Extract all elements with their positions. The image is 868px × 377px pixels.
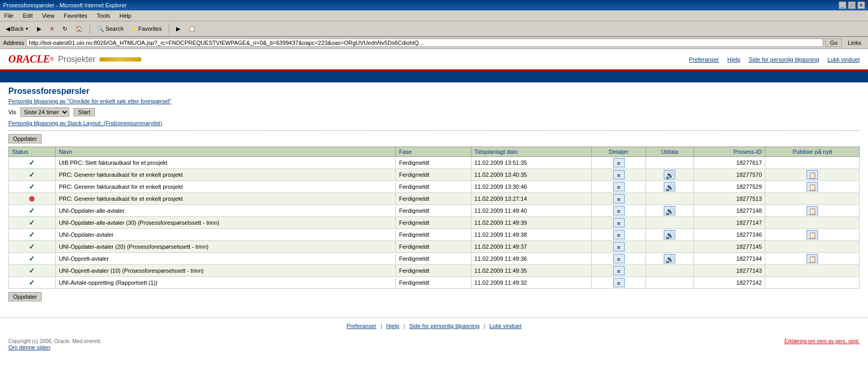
search-icon: 🔍 (97, 26, 104, 32)
detaljer-icon[interactable]: ≡ (613, 254, 625, 263)
minimize-button[interactable]: _ (839, 2, 846, 9)
home-button[interactable]: 🏠 (73, 24, 85, 34)
detaljer-cell: ≡ (592, 253, 646, 265)
menu-tools[interactable]: Tools (95, 11, 113, 20)
navn-cell: UNI-Opprett-avtaler (55, 253, 395, 265)
detaljer-icon[interactable]: ≡ (613, 218, 625, 227)
footer-lukk[interactable]: Lukk vinduet (489, 323, 522, 329)
menu-help[interactable]: Help (117, 11, 133, 20)
detaljer-icon[interactable]: ≡ (613, 206, 625, 215)
footer-preferanser[interactable]: Preferanser (346, 323, 376, 329)
detaljer-icon[interactable]: ≡ (613, 194, 625, 203)
page-banner (0, 71, 868, 82)
status-cell: ✓ (9, 253, 56, 265)
publiser-cell (765, 277, 860, 289)
detaljer-icon[interactable]: ≡ (613, 242, 625, 251)
detaljer-icon[interactable]: ≡ (613, 158, 625, 167)
oppdater-button-bottom[interactable]: Oppdater (8, 292, 42, 301)
footer-left: Copyright (c) 2006, Oracle. Med enerett.… (8, 338, 102, 350)
main-content: ORACLE ® Prosjekter Preferanser Hjelp Si… (0, 49, 868, 352)
oracle-logo: ORACLE (8, 53, 50, 65)
utdata-icon[interactable]: 🔊 (664, 254, 675, 263)
dato-cell: 11.02.2009 11:49:35 (471, 265, 592, 277)
publiser-icon[interactable]: 📋 (807, 206, 818, 215)
address-input[interactable] (26, 39, 823, 47)
navn-cell: PRC: Generer fakturautkast for et enkelt… (55, 193, 395, 205)
detaljer-icon[interactable]: ≡ (613, 266, 625, 275)
detaljer-icon[interactable]: ≡ (613, 182, 625, 191)
media-button[interactable]: ▶ (173, 24, 183, 34)
detaljer-icon[interactable]: ≡ (613, 230, 625, 239)
status-ok-icon: ✓ (29, 159, 35, 167)
publiser-icon[interactable]: 📋 (807, 230, 818, 239)
oracle-nav-links: Preferanser Hjelp Side for personlig til… (689, 56, 860, 63)
detaljer-cell: ≡ (592, 241, 646, 253)
col-prosessid[interactable]: Prosess-ID (694, 147, 765, 157)
forward-button[interactable]: ▶ (34, 24, 44, 34)
personal-link-2[interactable]: Personlig tilpasning av Stack Layout: (F… (8, 120, 162, 126)
publiser-cell: 📋 (765, 169, 860, 181)
detaljer-cell: ≡ (592, 229, 646, 241)
nav-preferanser[interactable]: Preferanser (689, 56, 719, 63)
menu-edit[interactable]: Edit (21, 11, 35, 20)
col-status[interactable]: Status (9, 147, 56, 157)
col-navn[interactable]: Navn (55, 147, 395, 157)
utdata-icon[interactable]: 🔊 (664, 206, 675, 215)
publiser-icon[interactable]: 📋 (807, 170, 818, 179)
nav-lukk[interactable]: Lukk vinduet (827, 56, 860, 63)
publiser-cell: 📋 (765, 229, 860, 241)
col-dato[interactable]: Tidsplanlagt dato (471, 147, 592, 157)
utdata-icon[interactable]: 🔊 (664, 230, 675, 239)
oppdater-button-top[interactable]: Oppdater (8, 134, 42, 143)
utdata-icon[interactable]: 🔊 (664, 170, 675, 179)
dato-cell: 11.02.2009 11:49:36 (471, 253, 592, 265)
col-detaljer[interactable]: Detaljer (592, 147, 646, 157)
footer-sep-2: | (403, 323, 405, 329)
oracle-bar-decoration (100, 57, 141, 62)
footer-sep-1: | (380, 323, 382, 329)
back-button[interactable]: ◀ Back ▼ (3, 24, 31, 34)
status-cell: ✓ (9, 205, 56, 217)
col-fase[interactable]: Fase (395, 147, 471, 157)
menu-view[interactable]: View (40, 11, 57, 20)
stop-button[interactable]: ✕ (47, 24, 57, 34)
col-publiser[interactable]: Publiser på nytt (765, 147, 860, 157)
table-section: Oppdater Status Navn Fase Tidsplanlagt d… (8, 130, 860, 305)
favorites-button[interactable]: ★ Favorites (129, 24, 164, 34)
close-button[interactable]: ✕ (858, 2, 865, 9)
fase-cell: Ferdigmeldt (395, 241, 471, 253)
menu-file[interactable]: File (2, 11, 16, 20)
personal-link-1[interactable]: Personlig tilpasning av "Område for enke… (8, 98, 171, 104)
utdata-icon[interactable]: 🔊 (664, 182, 675, 191)
publiser-icon[interactable]: 📋 (807, 254, 818, 263)
start-button[interactable]: Start (73, 108, 95, 116)
publiser-icon[interactable]: 📋 (807, 182, 818, 191)
nav-hjelp[interactable]: Hjelp (727, 56, 740, 63)
footer-hjelp[interactable]: Hjelp (386, 323, 399, 329)
nav-personlig[interactable]: Side for personlig tilpasning (749, 56, 819, 63)
history-button[interactable]: 📋 (186, 24, 199, 34)
om-siden-link[interactable]: Om denne siden (8, 344, 51, 350)
navn-cell: UNI-Oppdater-alle-avtaler (30) (Prosessf… (55, 217, 395, 229)
home-icon: 🏠 (76, 26, 83, 32)
utdata-cell (646, 217, 693, 229)
col-utdata[interactable]: Utdata (646, 147, 693, 157)
maximize-button[interactable]: □ (848, 2, 855, 9)
status-cell: ✓ (9, 265, 56, 277)
table-row: ⊗PRC: Generer fakturautkast for et enkel… (9, 193, 860, 205)
table-row: ✓PRC: Generer fakturautkast for et enkel… (9, 169, 860, 181)
erklaring-link[interactable]: Erklæring om vern av pers. oppl. (784, 338, 860, 344)
refresh-button[interactable]: ↻ (60, 24, 70, 34)
search-button[interactable]: 🔍 Search (94, 24, 126, 34)
menu-favorites[interactable]: Favorites (61, 11, 89, 20)
table-row: ✓UNI-Oppdater-alle-avtaler (30) (Prosess… (9, 217, 860, 229)
go-button[interactable]: Go (825, 39, 842, 47)
links-button[interactable]: Links (844, 39, 865, 47)
dato-cell: 11.02.2009 11:49:39 (471, 217, 592, 229)
detaljer-icon[interactable]: ≡ (613, 278, 625, 287)
utdata-cell (646, 265, 693, 277)
detaljer-icon[interactable]: ≡ (613, 170, 625, 179)
utdata-cell (646, 241, 693, 253)
vis-select[interactable]: Siste 24 timer Siste uke Siste måned All… (20, 107, 69, 117)
footer-personlig[interactable]: Side for personlig tilpasning (409, 323, 479, 329)
